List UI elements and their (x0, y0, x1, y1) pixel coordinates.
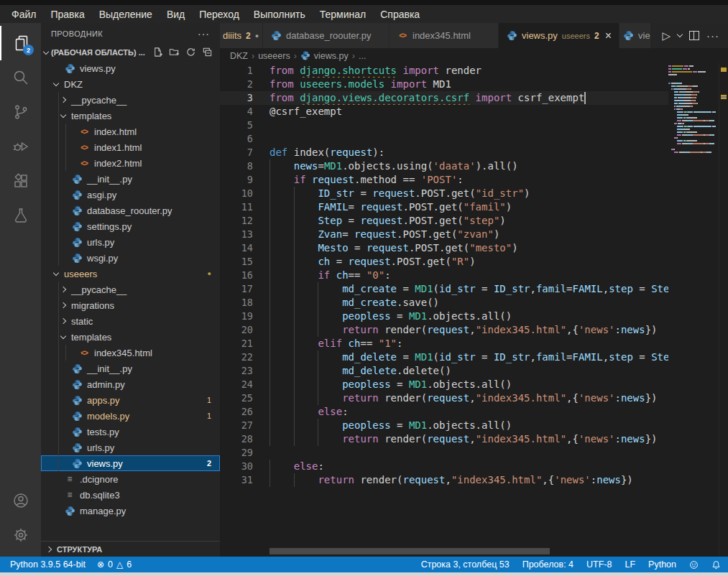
tree-item-label: wsgi.py (87, 253, 118, 264)
explorer-more-actions-button[interactable]: ··· (198, 28, 210, 40)
line-content: md_create.save() (253, 296, 668, 310)
minimap-line (668, 140, 719, 141)
line-number: 10 (220, 187, 253, 200)
tree-item-asgi.py[interactable]: asgi.py (41, 187, 220, 203)
line-number: 6 (220, 132, 253, 146)
activity-explorer-icon[interactable]: 2 (0, 26, 41, 60)
tree-item-urls.py[interactable]: urls.py (41, 440, 220, 455)
tree-item-views.py[interactable]: views.py (41, 60, 220, 76)
activity-testing-icon[interactable] (0, 198, 41, 233)
tree-item-index345.html[interactable]: <>index345.html (41, 345, 220, 361)
tree-item-static[interactable]: static (41, 313, 220, 329)
tab-views.py[interactable]: views.pyuseeers2× (499, 23, 619, 48)
tree-item-apps.py[interactable]: apps.py1 (41, 392, 220, 408)
tree-item-views.py[interactable]: views.py2 (41, 455, 220, 471)
tree-item-urls.py[interactable]: urls.py (41, 234, 220, 250)
notifications-bell-icon[interactable] (711, 560, 721, 570)
minimap-line (668, 134, 719, 136)
tree-item-wsgi.py[interactable]: wsgi.py (41, 250, 220, 266)
tree-item-.dcignore[interactable]: ≡.dcignore (41, 471, 220, 487)
tree-item-settings.py[interactable]: settings.py (41, 218, 220, 234)
collapse-all-button[interactable] (202, 47, 213, 59)
tree-item-label: urls.py (87, 237, 114, 248)
workspace-section-header[interactable]: (РАБОЧАЯ ОБЛАСТЬ) ... (41, 45, 220, 60)
line-content (253, 446, 668, 460)
tree-item-label: apps.py (87, 395, 120, 406)
editor-more-actions-button[interactable]: ··· (706, 29, 719, 42)
tree-item-manage.py[interactable]: manage.py (41, 503, 220, 519)
tree-item-__init__.py[interactable]: __init__.py (41, 361, 220, 376)
code-editor[interactable]: 1from django.shortcuts import render2fro… (220, 63, 728, 557)
activity-settings-icon[interactable] (0, 518, 41, 552)
split-editor-button[interactable] (689, 31, 699, 40)
run-python-file-button[interactable]: ▷ (662, 29, 671, 42)
new-file-button[interactable] (152, 47, 163, 59)
menu-item-Вид[interactable]: Вид (160, 7, 192, 22)
activity-search-icon[interactable] (0, 60, 41, 95)
tree-item-index2.html[interactable]: <>index2.html (41, 155, 220, 171)
tree-item-templates[interactable]: templates (41, 108, 220, 124)
tree-item-DKZ[interactable]: DKZ (41, 76, 220, 92)
code-line-12: 12 Step = request.POST.get("step") (220, 214, 668, 228)
tab-database_roouter.py[interactable]: database_roouter.py (263, 23, 390, 48)
minimap-line (668, 137, 719, 139)
menu-item-Терминал[interactable]: Терминал (313, 7, 373, 22)
tree-item-tests.py[interactable]: tests.py (41, 424, 220, 440)
menu-item-Справка[interactable]: Справка (373, 7, 427, 22)
tree-item-__init__.py[interactable]: __init__.py (41, 171, 220, 187)
python-file-icon (71, 173, 83, 185)
file-tree: views.pyDKZ__pycache__templates<>index.h… (41, 60, 220, 519)
menu-item-Выделение[interactable]: Выделение (92, 7, 160, 22)
new-folder-button[interactable] (169, 47, 180, 59)
tree-item-__pycache__[interactable]: __pycache__ (41, 282, 220, 297)
vscode-window: ФайлПравкаВыделениеВидПереходВыполнитьТе… (0, 0, 728, 576)
refresh-button[interactable] (185, 47, 196, 59)
horizontal-scrollbar[interactable] (269, 548, 550, 554)
tree-item-index.html[interactable]: <>index.html (41, 124, 220, 139)
menu-item-Файл[interactable]: Файл (4, 7, 43, 22)
tab-close-icon[interactable]: × (605, 30, 612, 42)
tree-item-label: manage.py (80, 506, 126, 516)
language-mode-status[interactable]: Python (648, 559, 676, 570)
outline-section-header[interactable]: СТРУКТУРА (41, 541, 220, 557)
cursor-position-status[interactable]: Строка 3, столбец 53 (421, 559, 510, 570)
run-dropdown-icon[interactable] (677, 32, 683, 37)
activity-run-debug-icon[interactable] (0, 129, 41, 164)
tree-indent-guide (58, 187, 59, 203)
tab-index345.html[interactable]: <>index345.html (390, 23, 499, 48)
tree-item-admin.py[interactable]: admin.py (41, 376, 220, 392)
feedback-icon[interactable] (689, 560, 699, 570)
tree-item-db.sqlite3[interactable]: ≡db.sqlite3 (41, 487, 220, 503)
line-number: 25 (220, 391, 253, 405)
eol-status[interactable]: LF (625, 559, 635, 570)
indentation-status[interactable]: Пробелов: 4 (522, 559, 573, 570)
minimap[interactable] (668, 65, 719, 557)
tree-item-index1.html[interactable]: <>index1.html (41, 139, 220, 155)
tree-item-useeers[interactable]: useeers● (41, 266, 220, 282)
breadcrumb-item-views.py[interactable]: views.py (314, 51, 349, 61)
tree-indent-guide (58, 92, 59, 108)
breadcrumb-item-useeers[interactable]: useeers (258, 51, 290, 61)
menu-item-Переход[interactable]: Переход (192, 7, 246, 22)
tab-diiits[interactable]: diiits2● (220, 23, 263, 48)
python-interpreter-status[interactable]: Python 3.9.5 64-bit (10, 559, 86, 570)
minimap-line (668, 71, 719, 73)
line-content: def index(request): (253, 146, 668, 159)
tree-item-database_roouter.py[interactable]: database_roouter.py (41, 203, 220, 218)
indent-guide (269, 378, 270, 391)
breadcrumb-item-DKZ[interactable]: DKZ (230, 51, 248, 61)
tree-item-templates[interactable]: templates (41, 329, 220, 345)
menu-item-Выполнить[interactable]: Выполнить (246, 7, 313, 22)
encoding-status[interactable]: UTF-8 (586, 559, 612, 570)
tree-item-__pycache__[interactable]: __pycache__ (41, 92, 220, 108)
problems-status[interactable]: ⊗ 0 △ 6 (97, 559, 132, 570)
menu-item-Правка[interactable]: Правка (43, 7, 91, 22)
activity-extensions-icon[interactable] (0, 164, 41, 198)
tree-item-models.py[interactable]: models.py1 (41, 408, 220, 424)
tab-vie[interactable]: vie (619, 23, 651, 48)
activity-account-icon[interactable] (0, 483, 41, 518)
breadcrumb-item-...[interactable]: ... (359, 51, 366, 61)
tree-indent-guide (58, 345, 59, 361)
activity-source-control-icon[interactable] (0, 95, 41, 129)
tree-item-migrations[interactable]: migrations (41, 297, 220, 313)
